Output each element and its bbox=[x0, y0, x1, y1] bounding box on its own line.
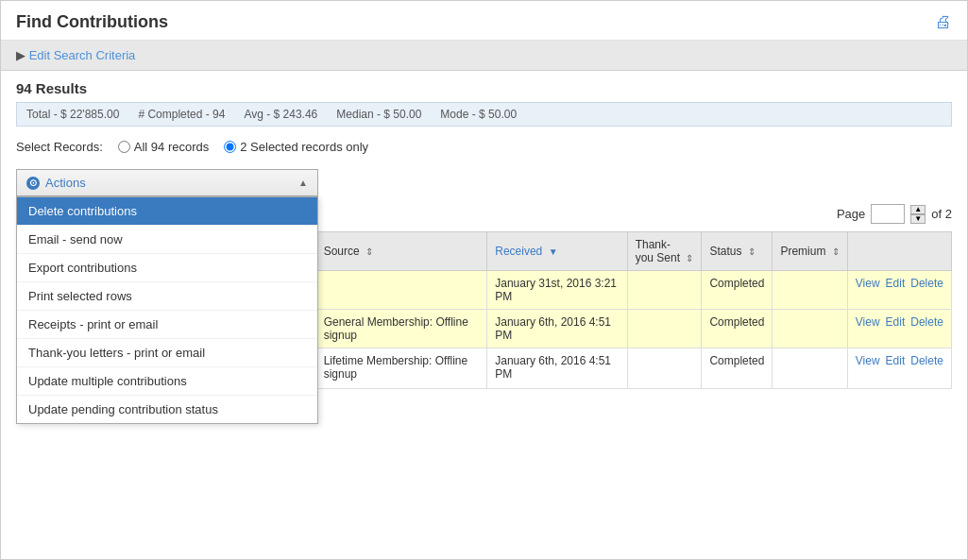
dropdown-item-delete[interactable]: Delete contributions bbox=[17, 197, 317, 226]
page-of-label: of 2 bbox=[931, 207, 952, 221]
radio-selected-label: 2 Selected records only bbox=[240, 140, 368, 154]
row-status: Completed bbox=[702, 348, 773, 389]
th-premium-label: Premium bbox=[780, 245, 825, 258]
page-up-button[interactable]: ▲ bbox=[910, 205, 926, 214]
th-premium[interactable]: Premium ⇕ bbox=[773, 232, 847, 271]
dropdown-item-email[interactable]: Email - send now bbox=[17, 226, 317, 254]
th-status[interactable]: Status ⇕ bbox=[702, 232, 773, 271]
actions-button-left: ⊙ Actions bbox=[26, 176, 86, 190]
stat-mode: Mode - $ 50.00 bbox=[440, 108, 517, 121]
stat-total: Total - $ 22'885.00 bbox=[26, 108, 119, 121]
actions-button-label: Actions bbox=[45, 176, 86, 190]
th-thankyou-label: Thank-you Sent bbox=[636, 238, 680, 264]
results-section: 94 Results Total - $ 22'885.00 # Complet… bbox=[1, 71, 967, 165]
th-source-sort-icon: ⇕ bbox=[365, 246, 373, 257]
th-thankyou[interactable]: Thank-you Sent ⇕ bbox=[627, 232, 702, 271]
row-status: Completed bbox=[702, 271, 773, 310]
view-link[interactable]: View bbox=[856, 315, 880, 329]
row-thankyou bbox=[627, 348, 702, 389]
edit-link[interactable]: Edit bbox=[886, 315, 906, 329]
radio-all-label: All 94 records bbox=[134, 140, 209, 154]
dropdown-item-update-multiple[interactable]: Update multiple contributions bbox=[17, 367, 317, 396]
stat-completed: # Completed - 94 bbox=[138, 108, 225, 121]
radio-all-input[interactable] bbox=[118, 141, 130, 153]
th-actions bbox=[847, 232, 951, 271]
row-actions: ViewEditDelete bbox=[847, 348, 951, 389]
page-label: Page bbox=[837, 207, 865, 221]
actions-button[interactable]: ⊙ Actions ▲ bbox=[16, 169, 318, 196]
action-links: ViewEditDelete bbox=[856, 315, 943, 329]
row-premium bbox=[773, 310, 847, 348]
actions-row: ⊙ Actions ▲ Delete contributionsEmail - … bbox=[1, 165, 967, 196]
row-actions: ViewEditDelete bbox=[847, 310, 951, 348]
page-spinners: ▲ ▼ bbox=[910, 205, 926, 224]
th-premium-sort-icon: ⇕ bbox=[832, 246, 840, 257]
radio-selected-records[interactable]: 2 Selected records only bbox=[224, 140, 368, 154]
print-icon[interactable]: 🖨 bbox=[935, 12, 952, 32]
th-source-label: Source bbox=[324, 245, 360, 258]
search-criteria-label: Edit Search Criteria bbox=[16, 48, 135, 62]
th-source[interactable]: Source ⇕ bbox=[315, 232, 487, 271]
select-records-label: Select Records: bbox=[16, 140, 103, 154]
dropdown-item-print-rows[interactable]: Print selected rows bbox=[17, 282, 317, 311]
row-received: January 6th, 2016 4:51 PM bbox=[487, 348, 627, 389]
edit-link[interactable]: Edit bbox=[886, 277, 906, 290]
th-received-label: Received bbox=[495, 245, 542, 258]
page-down-button[interactable]: ▼ bbox=[910, 214, 926, 224]
th-thankyou-sort-icon: ⇕ bbox=[686, 253, 693, 263]
row-thankyou bbox=[627, 271, 702, 310]
row-source: General Membership: Offline signup bbox=[315, 310, 487, 348]
th-received-sort-icon: ▼ bbox=[549, 246, 558, 257]
row-received: January 31st, 2016 3:21 PM bbox=[487, 271, 627, 310]
view-link[interactable]: View bbox=[856, 354, 880, 367]
page-input[interactable]: 1 bbox=[871, 204, 905, 224]
row-source: Lifetime Membership: Offline signup bbox=[315, 348, 487, 389]
delete-link[interactable]: Delete bbox=[910, 315, 943, 329]
results-count: 94 Results bbox=[16, 80, 952, 96]
edit-link[interactable]: Edit bbox=[886, 354, 906, 367]
select-records-row: Select Records: All 94 records 2 Selecte… bbox=[16, 134, 952, 161]
row-premium bbox=[773, 348, 847, 389]
delete-link[interactable]: Delete bbox=[910, 354, 943, 367]
page-title: Find Contributions bbox=[16, 12, 168, 32]
search-criteria-bar[interactable]: Edit Search Criteria bbox=[1, 41, 967, 71]
th-status-sort-icon: ⇕ bbox=[748, 246, 756, 257]
dropdown-arrow-icon: ▲ bbox=[298, 178, 308, 188]
row-premium bbox=[773, 271, 847, 310]
page-header: Find Contributions 🖨 bbox=[1, 1, 967, 41]
dropdown-item-export[interactable]: Export contributions bbox=[17, 254, 317, 282]
radio-all-records[interactable]: All 94 records bbox=[118, 140, 209, 154]
actions-dropdown-menu: Delete contributionsEmail - send nowExpo… bbox=[16, 196, 318, 424]
row-status: Completed bbox=[702, 310, 773, 348]
th-status-label: Status bbox=[709, 245, 741, 258]
th-received[interactable]: Received ▼ bbox=[487, 232, 627, 271]
dropdown-item-thankyou[interactable]: Thank-you letters - print or email bbox=[17, 339, 317, 367]
radio-selected-input[interactable] bbox=[224, 141, 236, 153]
row-thankyou bbox=[627, 310, 702, 348]
stat-median: Median - $ 50.00 bbox=[336, 108, 421, 121]
action-links: ViewEditDelete bbox=[856, 354, 943, 367]
row-received: January 6th, 2016 4:51 PM bbox=[487, 310, 627, 348]
dropdown-item-update-pending[interactable]: Update pending contribution status bbox=[17, 396, 317, 423]
delete-link[interactable]: Delete bbox=[910, 277, 943, 290]
row-actions: ViewEditDelete bbox=[847, 271, 951, 310]
action-links: ViewEditDelete bbox=[856, 277, 943, 290]
stat-avg: Avg - $ 243.46 bbox=[244, 108, 317, 121]
stats-bar: Total - $ 22'885.00 # Completed - 94 Avg… bbox=[16, 102, 952, 127]
row-source bbox=[315, 271, 487, 310]
view-link[interactable]: View bbox=[856, 277, 880, 290]
actions-icon: ⊙ bbox=[26, 177, 40, 190]
actions-dropdown-container: ⊙ Actions ▲ Delete contributionsEmail - … bbox=[16, 169, 318, 196]
dropdown-item-receipts[interactable]: Receipts - print or email bbox=[17, 311, 317, 339]
